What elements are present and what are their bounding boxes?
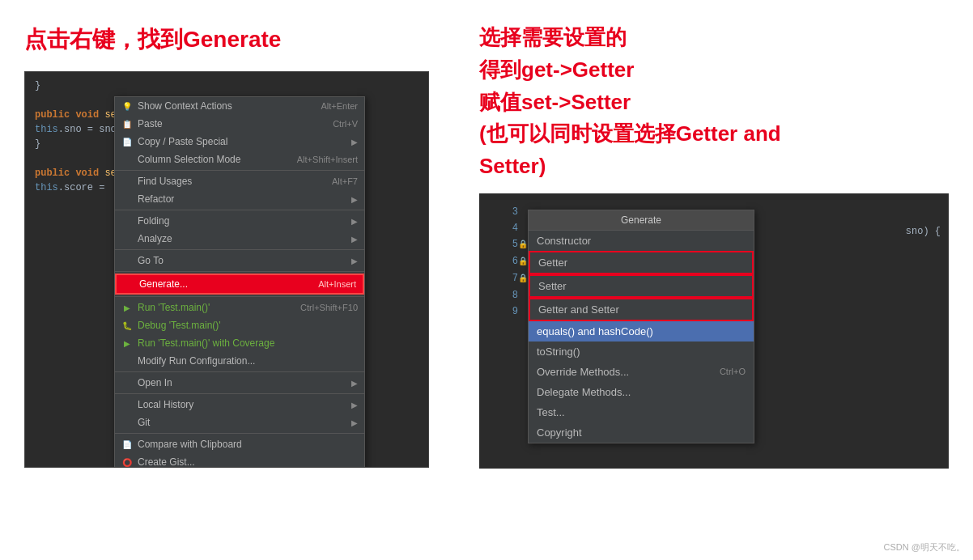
menu-item-copy-paste-special[interactable]: 📄 Copy / Paste Special ▶: [115, 133, 364, 151]
right-title-1: 选择需要设置的: [479, 24, 949, 52]
right-title-3: 赋值set->Setter: [479, 89, 949, 117]
right-title-2: 得到get->Getter: [479, 57, 949, 84]
menu-item-local-history[interactable]: Local History ▶: [115, 396, 364, 414]
generate-area: 3 4 5🔒 6🔒 7🔒 8 t score 9 xe" ... sno) { …: [479, 193, 949, 469]
fold-icon: [121, 215, 133, 227]
generate-item-setter[interactable]: Setter: [529, 274, 754, 298]
menu-item-show-context[interactable]: 💡 Show Context Actions Alt+Enter: [115, 97, 364, 115]
generate-menu: Generate Constructor Getter Setter Gette…: [528, 210, 754, 443]
right-title-4: (也可以同时设置选择Getter and: [479, 121, 949, 148]
left-section: 点击右键，找到Generate } public void setSno( th…: [24, 16, 447, 544]
analyze-icon: [121, 233, 133, 244]
right-section: 选择需要设置的 得到get->Getter 赋值set->Setter (也可以…: [479, 16, 949, 544]
generate-item-tostring[interactable]: toString(): [529, 342, 754, 362]
menu-item-modify-run[interactable]: Modify Run Configuration...: [115, 352, 364, 370]
separator: [115, 271, 364, 272]
menu-item-refactor[interactable]: Refactor ▶: [115, 190, 364, 208]
generate-item-getter-setter[interactable]: Getter and Setter: [529, 298, 754, 321]
history-icon: [121, 399, 133, 410]
generate-icon: [123, 278, 134, 290]
goto-icon: [121, 255, 133, 266]
run-cov-icon: ▶: [121, 337, 133, 349]
compare-icon: 📄: [121, 439, 133, 450]
menu-item-paste[interactable]: 📋 Paste Ctrl+V: [115, 115, 364, 133]
run-icon: ▶: [121, 302, 133, 313]
menu-item-generate[interactable]: Generate... Alt+Insert: [115, 274, 364, 295]
menu-item-git[interactable]: Git ▶: [115, 414, 364, 431]
csdn-watermark: CSDN @明天不吃。: [884, 541, 965, 554]
menu-item-folding[interactable]: Folding ▶: [115, 212, 364, 230]
menu-item-find-usages[interactable]: Find Usages Alt+F7: [115, 172, 364, 190]
menu-item-run-coverage[interactable]: ▶ Run 'Test.main()' with Coverage: [115, 334, 364, 352]
menu-item-debug[interactable]: 🐛 Debug 'Test.main()': [115, 316, 364, 334]
menu-item-open-in[interactable]: Open In ▶: [115, 374, 364, 392]
menu-item-goto[interactable]: Go To ▶: [115, 252, 364, 269]
separator: [115, 170, 364, 171]
generate-item-getter[interactable]: Getter: [529, 251, 754, 274]
generate-item-constructor[interactable]: Constructor: [529, 231, 754, 251]
code-snippet-right: sno) {: [906, 226, 941, 237]
config-icon: [121, 355, 133, 367]
copy-icon: 📄: [121, 136, 133, 147]
bulb-icon: 💡: [121, 100, 133, 112]
col-icon: [121, 154, 133, 165]
menu-item-column-selection[interactable]: Column Selection Mode Alt+Shift+Insert: [115, 151, 364, 168]
ide-screenshot: } public void setSno( this.sno = sno } p…: [24, 71, 429, 468]
generate-item-equals-hashcode[interactable]: equals() and hashCode(): [529, 321, 754, 342]
separator: [115, 433, 364, 434]
generate-item-override[interactable]: Override Methods... Ctrl+O: [529, 362, 754, 382]
generate-menu-header: Generate: [529, 210, 754, 231]
paste-icon: 📋: [121, 118, 133, 129]
separator: [115, 296, 364, 297]
menu-item-compare-clipboard[interactable]: 📄 Compare with Clipboard: [115, 435, 364, 453]
separator: [115, 371, 364, 372]
find-icon: [121, 176, 133, 187]
generate-item-delegate[interactable]: Delegate Methods...: [529, 382, 754, 402]
generate-item-copyright[interactable]: Copyright: [529, 422, 754, 443]
gist-icon: ⭕: [121, 456, 133, 468]
separator: [115, 249, 364, 250]
menu-item-run[interactable]: ▶ Run 'Test.main()' Ctrl+Shift+F10: [115, 299, 364, 316]
debug-icon: 🐛: [121, 320, 133, 331]
refactor-icon: [121, 193, 133, 205]
main-container: 点击右键，找到Generate } public void setSno( th…: [0, 0, 973, 560]
generate-item-test[interactable]: Test...: [529, 402, 754, 422]
context-menu: 💡 Show Context Actions Alt+Enter 📋 Paste…: [114, 96, 365, 468]
separator: [115, 393, 364, 394]
git-icon: [121, 417, 133, 428]
right-title-5: Setter): [479, 153, 949, 180]
left-title: 点击右键，找到Generate: [24, 24, 447, 55]
separator: [115, 210, 364, 210]
menu-item-analyze[interactable]: Analyze ▶: [115, 230, 364, 248]
menu-item-create-gist[interactable]: ⭕ Create Gist...: [115, 453, 364, 468]
open-icon: [121, 377, 133, 388]
code-line: }: [35, 78, 419, 93]
